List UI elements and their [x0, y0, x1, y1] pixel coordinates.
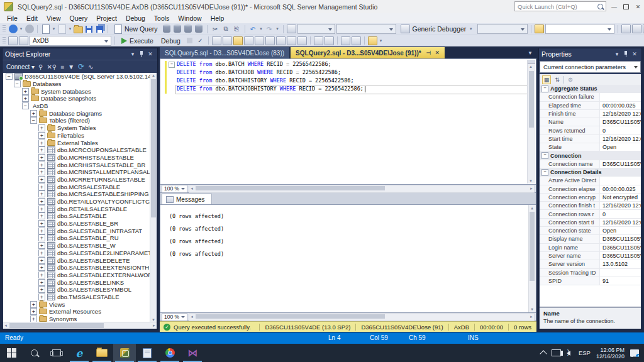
parse-icon[interactable]: ✓ [196, 36, 205, 45]
tree-item[interactable]: +dbo.SALESTABLE [3, 212, 150, 220]
tree-item[interactable]: +dbo.MCRRETURNSALESTABLE [3, 176, 150, 184]
taskbar-app-ssms[interactable] [113, 344, 136, 362]
generic-debugger-button[interactable]: Generic Debugger▾ [397, 24, 477, 35]
expand-icon[interactable]: + [38, 198, 45, 205]
property-row[interactable]: Finish time12/16/2020 12:06:01 PM [540, 110, 641, 118]
collapse-icon[interactable]: − [22, 102, 29, 109]
object-explorer-hscrollbar[interactable]: ◄► [3, 322, 157, 329]
property-section[interactable]: −Aggregate Status [540, 85, 641, 93]
include-client-statistics-icon[interactable] [265, 36, 275, 45]
menu-debug[interactable]: Debug [121, 13, 150, 23]
window-position-icon[interactable]: ▾ [128, 51, 137, 57]
collapse-icon[interactable]: − [6, 73, 13, 80]
database-engine-query-icon[interactable] [162, 25, 172, 34]
taskbar-app-start[interactable] [0, 344, 23, 362]
expand-icon[interactable]: + [38, 234, 45, 241]
dropdown-arrow-icon[interactable]: ▾ [379, 38, 383, 43]
increase-indent-icon[interactable] [352, 36, 361, 45]
dropdown-arrow-icon[interactable]: ▾ [68, 26, 72, 31]
debug-button[interactable]: Debug [158, 35, 184, 46]
quick-launch-input[interactable]: Quick Launch (Ctrl+Q) [514, 1, 606, 11]
action-center-icon[interactable]: 1 [630, 349, 639, 357]
menu-project[interactable]: Project [92, 13, 121, 23]
specify-template-values-icon[interactable] [212, 36, 221, 45]
copy-icon[interactable]: ⧉ [221, 25, 231, 34]
open-file-icon[interactable] [74, 25, 83, 34]
tree-item[interactable]: +Database Diagrams [3, 109, 150, 117]
messages-pane[interactable]: (0 rows affected)(0 rows affected)(0 row… [160, 204, 536, 313]
expand-icon[interactable]: + [38, 272, 45, 278]
property-row[interactable]: Login nameD365CU11S05V4DE\Jose [540, 244, 641, 252]
property-row[interactable]: Connection stateOpen [540, 227, 641, 235]
tree-item[interactable]: +dbo.SALESTABLEEXTENSIONTH [3, 264, 150, 272]
expand-icon[interactable]: + [38, 132, 45, 139]
property-row[interactable]: Server version13.0.5102 [540, 260, 641, 268]
expand-icon[interactable]: + [38, 264, 45, 271]
tree-item[interactable]: +dbo.MCRHISTSALESTABLE [3, 154, 150, 162]
messages-zoom-combo[interactable]: 100 % [162, 313, 187, 321]
tree-item[interactable]: +dbo.RETAILLOYALTYCONFLICTCARDSALESTA [3, 198, 150, 206]
expand-icon[interactable]: + [22, 88, 29, 95]
results-to-file-icon[interactable] [297, 36, 307, 45]
undo-icon[interactable]: ↶ [248, 25, 258, 34]
tree-item[interactable]: +Database Snapshots [3, 95, 150, 102]
toolbar-combo-1[interactable] [297, 24, 335, 34]
close-button[interactable]: ✕ [632, 0, 644, 13]
property-row[interactable]: Connection failure [540, 93, 641, 101]
editor-vscrollbar[interactable]: ▲ ▼ [527, 60, 535, 184]
expand-icon[interactable]: + [38, 146, 45, 153]
tree-item[interactable]: +System Databases [3, 87, 150, 95]
tree-item[interactable]: +dbo.SALESTABLEEXTERNALWORKORDERSTA [3, 272, 150, 279]
pin-icon[interactable] [139, 51, 144, 57]
tree-item[interactable]: +dbo.SALESTABLELINKS [3, 278, 150, 286]
taskbar-app-task-view[interactable] [45, 344, 68, 362]
tree-item[interactable]: +dbo.SALESTABLE2LINEPARAMETERS [3, 250, 150, 257]
expand-icon[interactable]: + [38, 220, 45, 227]
property-row[interactable]: Azure Active Direct [540, 177, 641, 185]
activity-monitor-icon[interactable] [287, 25, 296, 34]
expand-icon[interactable]: + [38, 168, 45, 175]
decrease-indent-icon[interactable] [341, 36, 350, 45]
menu-help[interactable]: Help [206, 13, 229, 23]
menu-view[interactable]: View [42, 13, 65, 23]
change-connection-icon[interactable] [8, 36, 18, 45]
include-actual-plan-icon[interactable] [244, 36, 253, 45]
properties-object-selector[interactable]: Current connection parameters [540, 61, 641, 73]
tree-item[interactable]: −Databases [3, 80, 150, 88]
execute-button[interactable]: Execute [118, 35, 157, 46]
expand-icon[interactable]: + [22, 95, 29, 102]
menu-window[interactable]: Window [174, 13, 206, 23]
refresh-icon[interactable]: ⟳ [78, 62, 84, 71]
dropdown-arrow-icon[interactable]: ▾ [275, 26, 280, 31]
expand-icon[interactable]: + [38, 257, 45, 264]
taskbar-app-chrome[interactable] [158, 344, 181, 362]
property-row[interactable]: Connection encrypNot encrypted [540, 194, 641, 202]
messages-hscrollbar[interactable]: ◄► [189, 313, 535, 321]
close-panel-icon[interactable]: ✕ [630, 51, 639, 57]
property-row[interactable]: Connection elapse00:00:00.025 [540, 185, 641, 194]
tab-pin-icon[interactable]: ⊣ [426, 50, 431, 56]
analysis-services-dmx-query-icon[interactable] [184, 25, 193, 34]
tree-item[interactable]: +dbo.RETAILSALESTABLE [3, 205, 150, 212]
disconnect-icon[interactable] [19, 36, 28, 45]
save-icon[interactable] [84, 25, 94, 34]
display-estimated-plan-icon[interactable] [223, 36, 232, 45]
navigate-back-icon[interactable] [8, 25, 18, 34]
property-row[interactable]: Elapsed time00:00:00.025 [540, 102, 641, 110]
property-row[interactable]: Session Tracing ID [540, 269, 641, 277]
tree-item[interactable]: +dbo.SALESTABLE_INTRASTAT [3, 227, 150, 234]
expand-icon[interactable]: + [30, 110, 37, 117]
tree-item[interactable]: +dbo.MCRINSTALLMENTPLANSALESTABLE [3, 168, 150, 176]
paste-icon[interactable]: ⎘ [232, 25, 242, 34]
language-indicator[interactable]: ESP [579, 349, 591, 356]
connect-icon[interactable]: ⚲ [38, 63, 43, 70]
tree-item[interactable]: +dbo.SALESTABLE_W [3, 242, 150, 250]
property-row[interactable]: Display nameD365CU11S05V4DE [540, 235, 641, 243]
expand-icon[interactable]: + [38, 206, 45, 212]
minimize-button[interactable]: — [608, 0, 620, 13]
expand-icon[interactable]: + [38, 176, 45, 183]
code-area[interactable]: DELETE from dbo.BATCH WHERE RECID = 2256… [177, 60, 527, 93]
tree-item[interactable]: −D365CU11S05V4DE (SQL Server 13.0.5102.1… [3, 73, 150, 80]
taskbar-app-notepad[interactable] [136, 344, 158, 362]
property-row[interactable]: Rows returned0 [540, 126, 641, 134]
